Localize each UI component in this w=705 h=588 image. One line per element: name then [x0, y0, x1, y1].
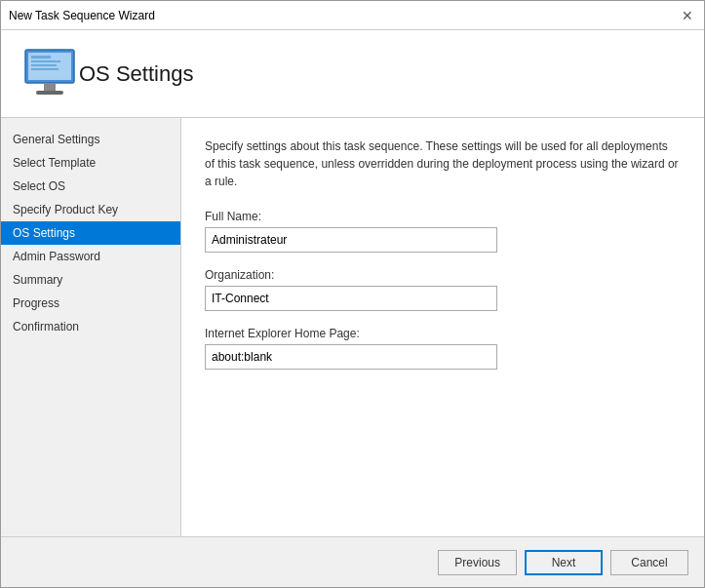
main-content: Specify settings about this task sequenc…	[181, 118, 704, 536]
cancel-button[interactable]: Cancel	[610, 550, 688, 575]
ie-home-page-input[interactable]	[205, 344, 497, 370]
close-button[interactable]: ✕	[679, 7, 696, 24]
page-title: OS Settings	[79, 61, 193, 87]
sidebar-item-specify-product-key[interactable]: Specify Product Key	[1, 198, 180, 221]
footer-area: Previous Next Cancel	[1, 536, 704, 587]
sidebar: General Settings Select Template Select …	[1, 118, 181, 536]
sidebar-item-admin-password[interactable]: Admin Password	[1, 245, 180, 268]
title-bar: New Task Sequence Wizard ✕	[1, 1, 704, 30]
sidebar-item-summary[interactable]: Summary	[1, 268, 180, 292]
svg-rect-3	[36, 91, 63, 95]
sidebar-item-os-settings[interactable]: OS Settings	[1, 221, 180, 245]
organization-group: Organization:	[205, 268, 681, 311]
computer-icon	[20, 45, 79, 103]
previous-button[interactable]: Previous	[438, 550, 517, 575]
sidebar-item-progress[interactable]: Progress	[1, 292, 180, 315]
full-name-input[interactable]	[205, 227, 497, 253]
sidebar-item-select-template[interactable]: Select Template	[1, 151, 180, 175]
content-area: General Settings Select Template Select …	[1, 118, 704, 536]
full-name-group: Full Name:	[205, 210, 681, 253]
svg-rect-7	[31, 68, 59, 70]
ie-home-page-group: Internet Explorer Home Page:	[205, 327, 681, 370]
header-area: OS Settings	[1, 30, 704, 118]
organization-input[interactable]	[205, 286, 497, 311]
sidebar-item-select-os[interactable]: Select OS	[1, 175, 180, 198]
svg-rect-2	[44, 83, 56, 91]
full-name-label: Full Name:	[205, 210, 681, 223]
ie-home-page-label: Internet Explorer Home Page:	[205, 327, 681, 340]
description-text: Specify settings about this task sequenc…	[205, 137, 681, 190]
next-button[interactable]: Next	[525, 550, 603, 575]
wizard-window: New Task Sequence Wizard ✕ OS Settings G…	[0, 0, 705, 588]
organization-label: Organization:	[205, 268, 681, 282]
svg-rect-5	[31, 60, 60, 62]
sidebar-item-general-settings[interactable]: General Settings	[1, 128, 180, 151]
sidebar-item-confirmation[interactable]: Confirmation	[1, 315, 180, 338]
window-title: New Task Sequence Wizard	[9, 9, 155, 22]
svg-rect-6	[31, 64, 57, 66]
svg-rect-4	[31, 56, 51, 59]
